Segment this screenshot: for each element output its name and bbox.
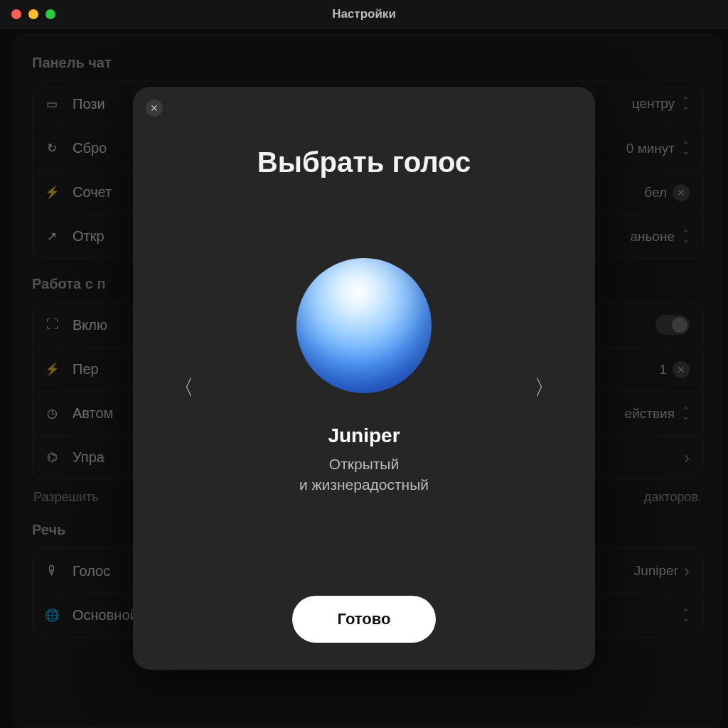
voice-description: Открытый и жизнерадостный	[299, 454, 429, 495]
voice-desc-line: и жизнерадостный	[299, 476, 429, 493]
voice-desc-line: Открытый	[329, 456, 399, 472]
voice-carousel: 〈 〉 Juniper Открытый и жизнерадостный	[150, 178, 578, 596]
voice-picker-modal: ✕ Выбрать голос 〈 〉 Juniper Открытый и ж…	[133, 87, 595, 670]
modal-title: Выбрать голос	[257, 146, 471, 178]
modal-overlay: ✕ Выбрать голос 〈 〉 Juniper Открытый и ж…	[0, 0, 728, 728]
next-voice-button[interactable]: 〉	[527, 365, 562, 409]
done-button[interactable]: Готово	[292, 596, 437, 643]
close-icon[interactable]: ✕	[146, 100, 163, 117]
prev-voice-button[interactable]: 〈	[166, 365, 201, 409]
voice-orb-icon	[296, 258, 432, 393]
voice-name: Juniper	[328, 424, 400, 447]
